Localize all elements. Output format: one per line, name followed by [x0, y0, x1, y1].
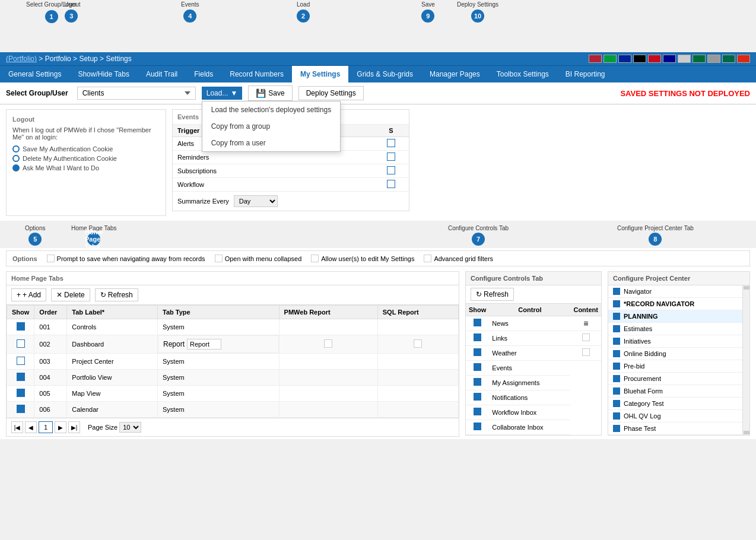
group-user-dropdown[interactable]: Clients: [77, 87, 196, 100]
flag-sa[interactable]: [693, 55, 706, 63]
flag-fr[interactable]: [618, 55, 631, 63]
logout-section: Logout When I log out of PMWeb if I chos…: [6, 109, 166, 216]
reminders-checkbox[interactable]: [387, 153, 395, 161]
options-title: Options: [12, 255, 37, 262]
next-page-button[interactable]: ▶: [55, 421, 66, 433]
show-checkbox-3[interactable]: [17, 357, 25, 365]
links-content-checkbox[interactable]: [582, 333, 590, 341]
flag-us[interactable]: [589, 55, 602, 63]
toolbar: Select Group/User Clients Load... ▼ Load…: [0, 82, 756, 104]
deploy-button[interactable]: Deploy Settings: [298, 86, 364, 100]
ctrl-show-4[interactable]: [474, 363, 481, 371]
load-menu-item-1[interactable]: Load the selection's deployed settings: [202, 101, 340, 118]
proj-show-initiatives[interactable]: [613, 338, 620, 345]
controls-refresh-button[interactable]: ↻ Refresh: [471, 288, 514, 301]
add-tab-button[interactable]: + + Add: [11, 288, 46, 301]
pmweb-checkbox-2[interactable]: [324, 339, 332, 348]
plus-icon: +: [17, 291, 21, 299]
page-size-select[interactable]: 10 20 50: [119, 422, 141, 433]
refresh-tabs-button[interactable]: ↻ Refresh: [95, 288, 138, 301]
badge-7: 7: [472, 233, 485, 246]
tab-type-dropdown-2[interactable]: Report: [187, 339, 221, 350]
tab-record-numbers[interactable]: Record Numbers: [221, 66, 292, 82]
proj-show-phase[interactable]: [613, 425, 620, 432]
ctrl-show-6[interactable]: [474, 393, 481, 401]
tab-general-settings[interactable]: General Settings: [0, 66, 69, 82]
col-content: Content: [570, 304, 601, 316]
proj-show-planning[interactable]: [613, 313, 620, 320]
load-menu-item-2[interactable]: Copy from a group: [202, 118, 340, 135]
load-button[interactable]: Load... ▼: [202, 87, 243, 100]
flag-br[interactable]: [603, 55, 617, 63]
option-menu-checkbox[interactable]: [215, 255, 223, 262]
badge-3: 3: [65, 9, 78, 23]
delete-tab-button[interactable]: ✕ Delete: [51, 288, 90, 301]
alerts-checkbox[interactable]: [387, 139, 395, 147]
flag-au[interactable]: [663, 55, 676, 63]
flag-unknown1[interactable]: [678, 55, 691, 63]
ctrl-show-8[interactable]: [474, 423, 481, 430]
tab-bi-reporting[interactable]: BI Reporting: [557, 66, 614, 82]
show-checkbox-4[interactable]: [17, 373, 25, 381]
radio-option-1[interactable]: [12, 145, 20, 153]
weather-content-checkbox[interactable]: [582, 348, 590, 356]
proj-show-prebid[interactable]: [613, 363, 620, 370]
proj-show-estimates[interactable]: [613, 325, 620, 332]
tab-manager-pages[interactable]: Manager Pages: [421, 66, 488, 82]
ctrl-show-3[interactable]: [474, 348, 481, 356]
save-button[interactable]: 💾 Save: [248, 85, 292, 101]
sql-checkbox-2[interactable]: [414, 339, 422, 348]
show-checkbox-5[interactable]: [17, 389, 25, 397]
flag-es[interactable]: [648, 55, 661, 63]
proj-show-category[interactable]: [613, 400, 620, 407]
load-menu-item-3[interactable]: Copy from a user: [202, 135, 340, 151]
tab-toolbox-settings[interactable]: Toolbox Settings: [488, 66, 557, 82]
option-allow-edit-checkbox[interactable]: [311, 255, 319, 262]
proj-show-navigator[interactable]: [613, 288, 620, 295]
ctrl-show-1[interactable]: [474, 319, 481, 326]
tab-grids-subgrids[interactable]: Grids & Sub-grids: [348, 66, 421, 82]
list-item: Workflow Inbox: [466, 405, 601, 420]
logout-annotation: Logout: [62, 1, 81, 8]
ctrl-show-2[interactable]: [474, 333, 481, 341]
option-prompt-checkbox[interactable]: [47, 255, 55, 262]
col-tab-label: Tab Label*: [67, 306, 158, 319]
page-number-input[interactable]: [39, 421, 53, 433]
project-panel-scrollbar[interactable]: [742, 285, 749, 435]
summarize-dropdown[interactable]: Day Hour Week: [234, 195, 278, 207]
proj-show-procurement[interactable]: [613, 375, 620, 382]
list-item: News ≡: [466, 316, 601, 331]
tab-my-settings[interactable]: My Settings: [292, 66, 348, 82]
flag-mx[interactable]: [722, 55, 735, 63]
proj-show-ohl[interactable]: [613, 412, 620, 420]
load-annotation: Load: [297, 1, 310, 8]
events-annotation: Events: [181, 1, 199, 8]
tab-show-hide-tabs[interactable]: Show/Hide Tabs: [69, 66, 138, 82]
last-page-button[interactable]: ▶|: [68, 421, 80, 433]
prev-page-button[interactable]: ◀: [25, 421, 37, 433]
col-sql-report: SQL Report: [377, 306, 458, 319]
ctrl-show-7[interactable]: [474, 408, 481, 415]
badge-5: 5: [28, 233, 42, 246]
proj-show-online-bidding[interactable]: [613, 350, 620, 357]
radio-option-2[interactable]: [12, 155, 20, 162]
proj-show-record-nav[interactable]: [613, 300, 620, 307]
tab-fields[interactable]: Fields: [186, 66, 221, 82]
radio-option-3[interactable]: [12, 164, 20, 171]
tab-audit-trail[interactable]: Audit Trail: [138, 66, 186, 82]
flag-cn[interactable]: [737, 55, 750, 63]
home-tabs-section: Home Page Tabs + + Add ✕ Delete ↻ Refres…: [6, 271, 459, 437]
ctrl-show-5[interactable]: [474, 378, 481, 386]
flag-unknown2[interactable]: [707, 55, 720, 63]
flag-de[interactable]: [633, 55, 646, 63]
first-page-button[interactable]: |◀: [11, 421, 23, 433]
portfolio-link[interactable]: (Portfolio): [6, 55, 37, 63]
option-adv-grid-checkbox[interactable]: [424, 255, 431, 262]
show-checkbox-1[interactable]: [17, 322, 25, 331]
show-checkbox-2[interactable]: [17, 339, 25, 348]
workflow-checkbox[interactable]: [387, 180, 395, 188]
proj-show-bluehat[interactable]: [613, 387, 620, 395]
show-checkbox-6[interactable]: [17, 405, 25, 413]
subscriptions-checkbox[interactable]: [387, 166, 395, 174]
logout-option-2: Delete My Authentication Cookie: [12, 155, 160, 162]
